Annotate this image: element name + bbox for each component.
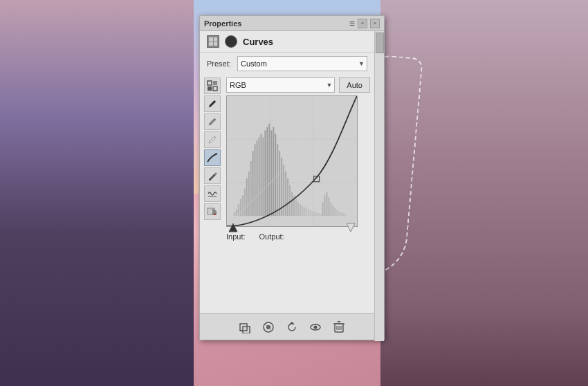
panel-close-button[interactable]: ×	[370, 19, 380, 28]
curves-title: Curves	[243, 37, 273, 47]
scroll-thumb[interactable]	[376, 33, 384, 53]
eyedropper-black-button[interactable]	[204, 95, 221, 112]
svg-rect-1	[213, 81, 217, 85]
panel-titlebar: Properties ≡ « ×	[200, 16, 384, 31]
svg-rect-71	[240, 324, 247, 331]
tools-column: ▲	[204, 75, 223, 313]
svg-rect-0	[208, 81, 212, 85]
eyedropper-gray-button[interactable]	[204, 113, 221, 130]
channel-select[interactable]: RGB	[226, 77, 335, 93]
histogram-warning-button[interactable]: ▲	[204, 203, 221, 220]
svg-rect-72	[243, 327, 250, 333]
tools-curve-area: ▲ RGB ▼ Auto	[200, 75, 374, 313]
panel-collapse-button[interactable]: «	[358, 19, 367, 28]
white-point-handle[interactable]	[346, 223, 356, 235]
preset-row: Preset: Custom ▼	[200, 53, 374, 75]
channel-row: RGB ▼ Auto	[226, 75, 370, 93]
properties-panel: Properties ≡ « × Curves Preset:	[199, 15, 385, 340]
panel-controls: ≡ « ×	[349, 19, 380, 28]
panel-bottom-toolbar	[200, 313, 384, 340]
black-point-handle[interactable]	[228, 223, 238, 235]
left-tower-area	[0, 0, 194, 386]
svg-rect-3	[213, 86, 217, 91]
adjustment-layer-icon	[207, 35, 219, 48]
visibility-button[interactable]	[308, 320, 323, 335]
delete-button[interactable]	[331, 320, 347, 335]
panel-content: Curves Preset: Custom ▼	[200, 31, 384, 313]
svg-rect-2	[208, 86, 212, 91]
preset-select[interactable]: Custom	[237, 56, 367, 71]
svg-marker-77	[289, 322, 295, 324]
pencil-curve-button[interactable]	[204, 167, 221, 184]
clipping-mask-button[interactable]	[237, 320, 252, 335]
svg-point-79	[314, 325, 318, 329]
curves-header: Curves	[200, 31, 374, 53]
curve-area: RGB ▼ Auto	[226, 75, 370, 313]
reset-button[interactable]	[284, 320, 300, 335]
eyedropper-white-button[interactable]	[204, 131, 221, 148]
svg-marker-70	[347, 223, 355, 232]
panel-menu-icon[interactable]: ≡	[349, 19, 355, 28]
svg-marker-69	[229, 223, 237, 232]
svg-text:▲: ▲	[213, 212, 217, 216]
preset-label: Preset:	[207, 59, 233, 68]
curve-canvas[interactable]	[226, 95, 358, 227]
curve-edit-button[interactable]	[204, 149, 221, 166]
curve-line-svg	[227, 96, 357, 226]
smooth-curve-button[interactable]	[204, 185, 221, 202]
channel-tool-button[interactable]	[204, 77, 221, 94]
panel-title: Properties	[204, 19, 241, 28]
panel-scrollbar[interactable]	[374, 31, 384, 341]
output-label: Output:	[259, 232, 284, 241]
previous-state-button[interactable]	[261, 320, 276, 335]
auto-button[interactable]: Auto	[339, 77, 370, 93]
layer-mask-icon	[225, 35, 237, 48]
